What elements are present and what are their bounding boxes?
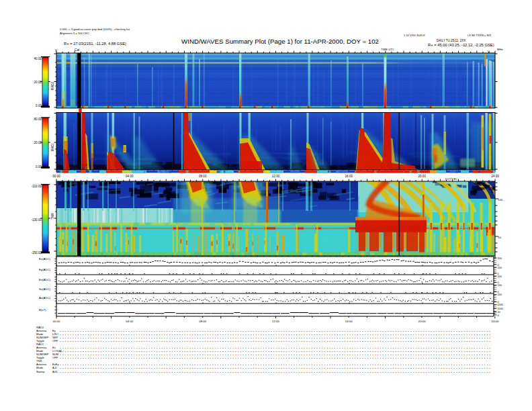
- svg-text:Ez(ADC): Ez(ADC): [39, 278, 51, 281]
- svg-text:0.030 -> 3 good av-cover pop d: 0.030 -> 3 good av-cover pop dod (100%) …: [60, 28, 130, 31]
- svg-text:20.00: 20.00: [34, 81, 42, 84]
- svg-text:04:00: 04:00: [126, 320, 134, 323]
- svg-text:RAD2: RAD2: [51, 81, 54, 90]
- svg-text:Ax(ADC): Ax(ADC): [39, 296, 51, 300]
- svg-text:16:00: 16:00: [345, 320, 353, 323]
- svg-text:12:00: 12:00: [272, 175, 280, 178]
- svg-text:200: 200: [498, 275, 502, 278]
- svg-text:0.00: 0.00: [36, 104, 42, 107]
- svg-text:24:00: 24:00: [492, 320, 500, 323]
- svg-text:200: 200: [498, 284, 502, 287]
- svg-text:Sweep: Sweep: [36, 370, 45, 373]
- svg-text:Alignment 3 = 100 CKC: Alignment 3 = 100 CKC: [60, 32, 89, 35]
- svg-text:1000: 1000: [498, 308, 503, 310]
- svg-text:TIME UTC: TIME UTC: [381, 48, 394, 51]
- svg-text:20:00: 20:00: [418, 320, 427, 323]
- svg-text:200: 200: [498, 257, 502, 260]
- svg-text:04:00: 04:00: [126, 175, 134, 178]
- svg-text:V: V: [55, 49, 57, 52]
- svg-text:TNR: TNR: [51, 213, 54, 220]
- svg-text:24:00: 24:00: [491, 175, 499, 178]
- svg-text:12:00: 12:00: [272, 320, 280, 323]
- svg-text:..............................: ........................................…: [59, 356, 491, 360]
- svg-text:40.00: 40.00: [34, 57, 42, 60]
- svg-text:0: 0: [498, 314, 499, 317]
- svg-text:DAILY TU 25(11, 2XX: DAILY TU 25(11, 2XX: [437, 39, 466, 42]
- svg-text:08:00: 08:00: [199, 320, 207, 323]
- svg-text:AGL: AGL: [52, 370, 58, 373]
- svg-text:08:00: 08:00: [199, 175, 207, 178]
- svg-text:-130.00: -130.00: [31, 218, 42, 222]
- svg-text:16:00: 16:00: [345, 175, 353, 178]
- svg-text:Cal: Cal: [75, 48, 79, 52]
- svg-text:10: 10: [498, 311, 500, 314]
- svg-text:00:00: 00:00: [52, 175, 60, 178]
- svg-text:..............................: ........................................…: [59, 339, 491, 343]
- svg-text:80.00: 80.00: [34, 118, 42, 121]
- svg-text:B(nT): B(nT): [39, 308, 46, 312]
- svg-text:Ex(ADC): Ex(ADC): [39, 257, 51, 261]
- svg-text:0.00: 0.00: [36, 165, 42, 169]
- svg-text:MHz: MHz: [497, 48, 503, 51]
- svg-text:OFF: OFF: [52, 339, 58, 342]
- svg-text:20.00: 20.00: [34, 141, 42, 144]
- svg-text:DOY/DEC: DOY/DEC: [445, 177, 457, 181]
- svg-text:R+ = 27.03(2151, -11.28, 4.: R+ = 27.03(2151, -11.28, 4.88 GSE): [64, 42, 126, 46]
- svg-text:Sx(ADC): Sx(ADC): [39, 287, 51, 291]
- svg-text:R+ = 45.00 (43.25, -12.12,: R+ = 45.00 (43.25, -12.12, -2.25 GSE): [428, 43, 494, 47]
- svg-text:OFF: OFF: [52, 356, 58, 359]
- svg-text:-150.00: -150.00: [31, 251, 42, 255]
- svg-text:100: 100: [498, 198, 503, 201]
- svg-text:2000: 2000: [498, 304, 503, 306]
- svg-text:RAD1: RAD1: [51, 142, 54, 151]
- svg-text:LX BII TXXN = 801: LX BII TXXN = 801: [468, 34, 492, 37]
- svg-text:-110.00: -110.00: [32, 185, 42, 188]
- svg-text:20:00: 20:00: [418, 175, 426, 178]
- svg-text:WIND/WAVES Summary Plot (Page: WIND/WAVES Summary Plot (Page 1) for 11-…: [181, 38, 379, 45]
- svg-text:1.10 VXD 3U/DX: 1.10 VXD 3U/DX: [404, 34, 425, 37]
- svg-text:00:00: 00:00: [53, 320, 61, 323]
- svg-text:Ey(ADC): Ey(ADC): [39, 268, 51, 271]
- svg-text:10: 10: [498, 236, 501, 239]
- svg-text:200: 200: [498, 267, 502, 269]
- svg-text:..............................: ........................................…: [59, 370, 491, 374]
- svg-text:200: 200: [498, 293, 502, 296]
